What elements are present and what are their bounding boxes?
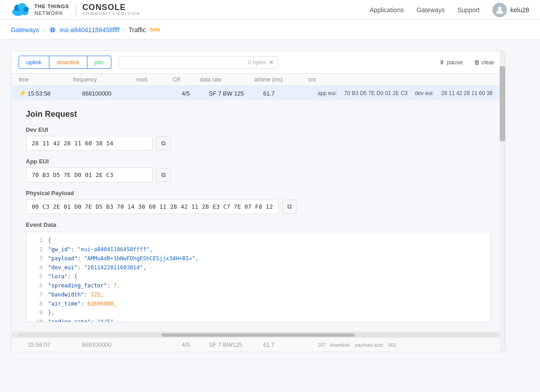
h-scroll-track [17,333,499,337]
payload-group: Physical Payload 00 C3 2E 01 D0 7E D5 B3… [26,190,491,214]
json-line: 7"bandwidth": 125, [26,290,490,299]
toolbar: uplink downlink join 0 bytes × ⏸ pause 🗑… [11,51,505,74]
app-eui-value-row: 70 B3 D5 7E D0 01 2E C3 ⧉ [26,167,491,182]
v-scroll-thumb[interactable] [500,66,505,141]
payload-label: Physical Payload [26,190,491,196]
payload-value: 00 C3 2E 01 D0 7E D5 B3 70 14 38 60 11 2… [26,199,279,214]
console-subtitle: COMMUNITY EDITION [82,12,140,16]
json-viewer[interactable]: 1{2"gw_id": "eui-a84041186458ffff",3"pay… [26,232,491,322]
main-content: uplink downlink join 0 bytes × ⏸ pause 🗑… [0,40,516,363]
bw-val: BW [223,90,232,97]
json-line: 3"payload": "AMMuAdB+1bNwFDhgEShCESjjx34… [26,254,490,263]
copy-dev-eui-button[interactable]: ⧉ [156,136,171,150]
row-lightning-icon: ⚡ [19,90,28,97]
dev-eui-value-row: 28 11 42 28 11 60 38 14 ⧉ [26,136,491,151]
json-line: 10"coding_rate": "4/5", [26,317,490,322]
user-menu[interactable]: kelu28 [492,3,529,17]
user-name: kelu28 [511,6,529,14]
dev-eui-label: dev eui: [415,90,434,96]
table-header: time frequency mod. CR data rate airtime… [11,74,505,86]
pause-button[interactable]: ⏸ pause [435,57,466,67]
bottom-extra: 207 downlink: payload size: 001 [318,342,498,348]
vertical-scrollbar[interactable] [500,51,505,352]
app-eui-field-label: App EUI [26,158,491,165]
clear-button[interactable]: 🗑 clear [470,57,498,67]
h-scroll-thumb[interactable] [162,333,354,337]
col-mod: mod. [136,76,173,83]
clear-search-button[interactable]: × [269,58,273,67]
gateway-id: eui-a84041186458ffff [60,26,120,33]
trash-icon: 🗑 [474,59,480,66]
user-avatar-icon [492,3,507,17]
h-scroll-left-arrow[interactable]: ‹ [11,332,16,337]
tab-uplink[interactable]: uplink [19,56,49,68]
bottom-traffic-row[interactable]: 15:58:07 868100000 4/5 SF 7 BW125 61.7 2… [11,337,505,352]
col-cnt: cnt [309,76,498,83]
detail-title: Join Request [26,110,491,119]
nav-gateways[interactable]: Gateways [416,6,444,14]
col-time: time [19,76,73,83]
brand-name: THE THINGSNETWORK [34,3,69,16]
beta-badge: beta [150,27,160,32]
sf-val: SF 7 [209,90,221,97]
json-line: 4"dev_eui": "2811422811603814", [26,263,490,272]
dev-eui-group: Dev EUI 28 11 42 28 11 60 38 14 ⧉ [26,126,491,151]
json-line: 9}, [26,308,490,317]
dev-eui-value: 28 11 42 28 11 60 38 [441,90,492,96]
tab-join[interactable]: join [87,56,111,68]
traffic-tab-group: uplink downlink join [19,56,111,69]
col-cr: CR [173,76,200,83]
traffic-row-header[interactable]: ⚡ 15:53:58 868100000 4/5 SF 7 BW 125 61.… [11,86,505,100]
pause-label: pause [447,59,463,66]
svg-point-10 [52,29,53,31]
breadcrumb-arrow-1: › [43,27,44,33]
copy-app-icon: ⧉ [161,171,166,178]
svg-point-6 [24,6,29,12]
dev-eui-value: 28 11 42 28 11 60 38 14 [26,136,153,151]
breadcrumb: Gateways › eui-a84041186458ffff › Traffi… [0,20,540,40]
copy-icon: ⧉ [161,139,166,147]
traffic-panel: uplink downlink join 0 bytes × ⏸ pause 🗑… [11,51,506,352]
breadcrumb-gateways-link[interactable]: Gateways [11,26,39,33]
app-eui-value: 70 B3 D5 7E D0 01 2E C3 [344,90,408,96]
bw-num: 125 [234,90,244,97]
nav-applications[interactable]: Applications [370,6,404,14]
json-line: 8"air_time": 61696000, [26,299,490,308]
ttn-logo-icon [11,3,31,17]
json-line: 2"gw_id": "eui-a84041186458ffff", [26,245,490,254]
nav-support[interactable]: Support [458,6,480,14]
breadcrumb-current: Traffic [129,26,146,33]
search-area: 0 bytes × [119,56,278,69]
col-airtime: airtime (ms) [254,76,309,83]
bottom-freq: 868100000 [82,341,145,348]
json-line: 6"spreading_factor": 7, [26,281,490,290]
traffic-row-expanded: ⚡ 15:53:58 868100000 4/5 SF 7 BW 125 61.… [11,86,505,332]
header-left: THE THINGSNETWORK CONSOLE COMMUNITY EDIT… [11,3,140,17]
console-title: CONSOLE [82,3,140,12]
app-eui-group: App EUI 70 B3 D5 7E D0 01 2E C3 ⧉ [26,158,491,182]
search-bytes-label: 0 bytes [123,59,265,66]
breadcrumb-gateway-link[interactable]: eui-a84041186458ffff [48,25,120,34]
copy-payload-button[interactable]: ⧉ [282,200,297,214]
bottom-airtime: 61.7 [263,341,318,348]
row-time: 15:53:58 [28,90,82,97]
horizontal-scrollbar[interactable]: ‹ › [11,332,505,337]
console-brand: CONSOLE COMMUNITY EDITION [82,3,140,17]
traffic-detail-panel: Join Request Dev EUI 28 11 42 28 11 60 3… [11,100,505,331]
col-datarate: data rate [200,76,254,83]
copy-app-eui-button[interactable]: ⧉ [156,168,171,182]
bottom-time: 15:58:07 [28,341,82,348]
row-datarate: SF 7 BW 125 [209,90,263,97]
tab-downlink[interactable]: downlink [49,56,87,68]
bottom-cr: 4/5 [182,341,209,348]
pause-icon: ⏸ [439,59,445,66]
row-frequency: 868100000 [82,90,145,97]
json-line: 5"lora": { [26,272,490,281]
app-eui-field-value: 70 B3 D5 7E D0 01 2E C3 [26,167,153,182]
clear-label: clear [482,59,494,66]
breadcrumb-arrow-2: › [123,27,125,33]
bottom-sf-bw: SF 7 BW125 [209,341,263,348]
main-nav: Applications Gateways Support kelu28 [370,3,529,17]
logo-area: THE THINGSNETWORK CONSOLE COMMUNITY EDIT… [11,3,140,17]
event-data-label: Event Data [26,221,491,228]
